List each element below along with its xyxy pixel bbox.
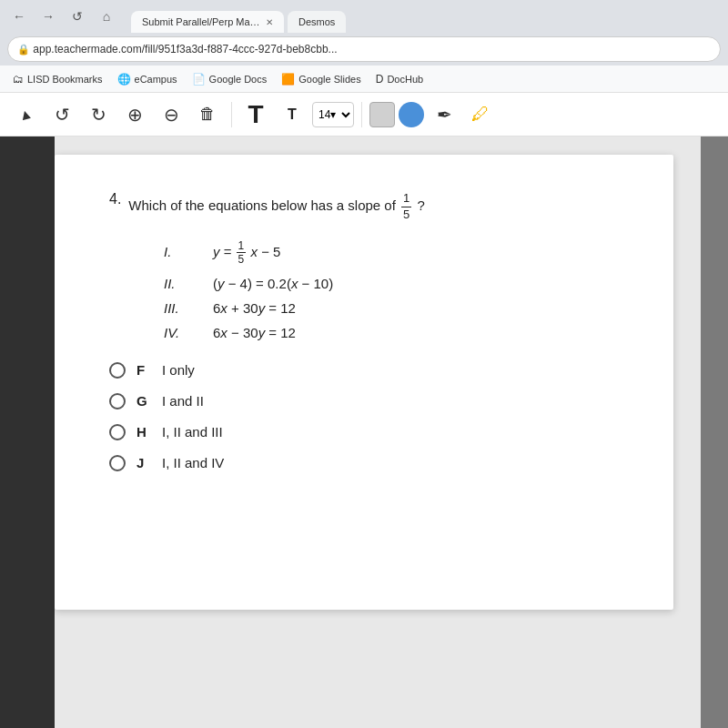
choice-text-G: I and II [162, 393, 204, 409]
toolbar-separator-1 [231, 102, 232, 127]
equation-list: I. y = 1 5 x − 5 II. (y − 4) = 0.2(x − 1… [164, 239, 619, 340]
bookmark-gdocs[interactable]: 📄 Google Docs [187, 71, 273, 87]
lisd-icon: 🗂 [13, 73, 24, 86]
bookmark-lisd[interactable]: 🗂 LISD Bookmarks [7, 71, 108, 87]
zoom-in-button[interactable]: ⊕ [118, 98, 151, 131]
choice-H: H I, II and III [109, 424, 619, 440]
eq-label-1: I. [164, 244, 191, 259]
question-text: Which of the equations below has a slope… [128, 191, 424, 223]
eq-content-2: (y − 4) = 0.2(x − 10) [213, 276, 333, 291]
highlighter-tool[interactable]: 🖊 [464, 98, 497, 131]
question-mark: ? [417, 197, 424, 213]
eq-label-3: III. [164, 300, 191, 316]
active-tab[interactable]: Submit Parallel/Perp Makeup Q ✕ [131, 11, 284, 33]
ecampus-label: eCampus [135, 74, 177, 85]
lisd-label: LISD Bookmarks [27, 74, 103, 85]
radio-G[interactable] [109, 393, 126, 410]
choice-text-F: I only [162, 362, 195, 378]
desmos-tab-label: Desmos [298, 16, 335, 27]
choice-letter-H: H [136, 424, 151, 440]
choice-J: J I, II and IV [109, 455, 619, 471]
radio-J[interactable] [109, 455, 126, 471]
undo-button[interactable]: ↺ [46, 98, 78, 131]
home-button[interactable]: ⌂ [95, 5, 118, 28]
choice-text-J: I, II and IV [162, 455, 224, 470]
slope-denominator: 5 [401, 207, 411, 223]
slope-numerator: 1 [401, 191, 411, 207]
answer-choices: F I only G I and II H I, II and III J I,… [109, 362, 619, 471]
left-shadow [0, 136, 55, 728]
choice-text-H: I, II and III [162, 424, 223, 440]
gdocs-label: Google Docs [209, 74, 268, 85]
reload-button[interactable]: ↺ [66, 5, 89, 28]
forward-button[interactable]: → [36, 5, 60, 28]
gdocs-icon: 📄 [192, 73, 206, 86]
text-large-button[interactable]: T [239, 98, 272, 131]
ecampus-icon: 🌐 [117, 73, 131, 86]
back-button[interactable]: ← [7, 5, 31, 28]
bookmarks-bar: 🗂 LISD Bookmarks 🌐 eCampus 📄 Google Docs… [0, 66, 728, 93]
redo-button[interactable]: ↻ [82, 98, 115, 131]
choice-G: G I and II [109, 393, 619, 410]
address-bar[interactable]: 🔒 app.teachermade.com/fill/951f3a3d-f887… [7, 36, 721, 62]
bookmark-dochub[interactable]: D DocHub [370, 71, 429, 87]
content-area: 4. Which of the equations below has a sl… [0, 136, 728, 728]
gslides-icon: 🟧 [281, 73, 295, 86]
choice-letter-G: G [136, 393, 151, 409]
equation-item-4: IV. 6x − 30y = 12 [164, 325, 619, 340]
choice-letter-J: J [136, 455, 151, 470]
lock-icon: 🔒 [17, 44, 30, 56]
eq-content-4: 6x − 30y = 12 [213, 325, 296, 340]
zoom-out-button[interactable]: ⊖ [155, 98, 187, 131]
delete-button[interactable]: 🗑 [191, 98, 224, 131]
rectangle-tool[interactable] [369, 102, 395, 127]
worksheet-paper: 4. Which of the equations below has a sl… [55, 155, 673, 610]
url-text: app.teachermade.com/fill/951f3a3d-f887-4… [33, 43, 337, 56]
eq-label-4: IV. [164, 325, 191, 340]
editor-toolbar: ▲ ↺ ↻ ⊕ ⊖ 🗑 T T 14▾ 10 12 16 18 20 ✒ 🖊 [0, 93, 728, 136]
desmos-tab[interactable]: Desmos [288, 11, 346, 33]
text-small-button[interactable]: T [276, 98, 308, 131]
dochub-icon: D [376, 73, 384, 86]
gslides-label: Google Slides [298, 74, 361, 85]
eq-label-2: II. [164, 276, 191, 291]
question-number-label: 4. [109, 191, 121, 207]
toolbar-separator-2 [361, 102, 362, 127]
equation-item-1: I. y = 1 5 x − 5 [164, 239, 619, 267]
tab-close-button[interactable]: ✕ [266, 17, 273, 27]
equation-item-2: II. (y − 4) = 0.2(x − 10) [164, 276, 619, 291]
circle-tool[interactable] [399, 102, 424, 127]
tab-title: Submit Parallel/Perp Makeup Q [142, 16, 260, 27]
radio-H[interactable] [109, 424, 126, 440]
question-block: 4. Which of the equations below has a sl… [109, 191, 619, 223]
cursor-tool[interactable]: ▲ [5, 94, 46, 134]
choice-F: F I only [109, 362, 619, 379]
right-shadow [701, 136, 728, 728]
eq-content-1: y = 1 5 x − 5 [213, 239, 280, 267]
radio-F[interactable] [109, 362, 126, 379]
choice-letter-F: F [136, 362, 151, 378]
font-size-select[interactable]: 14▾ 10 12 16 18 20 [312, 102, 354, 127]
bookmark-gslides[interactable]: 🟧 Google Slides [276, 71, 367, 87]
slope-fraction: 1 5 [401, 191, 411, 223]
pen-tool[interactable]: ✒ [428, 98, 460, 131]
bookmark-ecampus[interactable]: 🌐 eCampus [112, 71, 183, 87]
dochub-label: DocHub [387, 74, 423, 85]
equation-item-3: III. 6x + 30y = 12 [164, 300, 619, 316]
eq-content-3: 6x + 30y = 12 [213, 300, 296, 316]
